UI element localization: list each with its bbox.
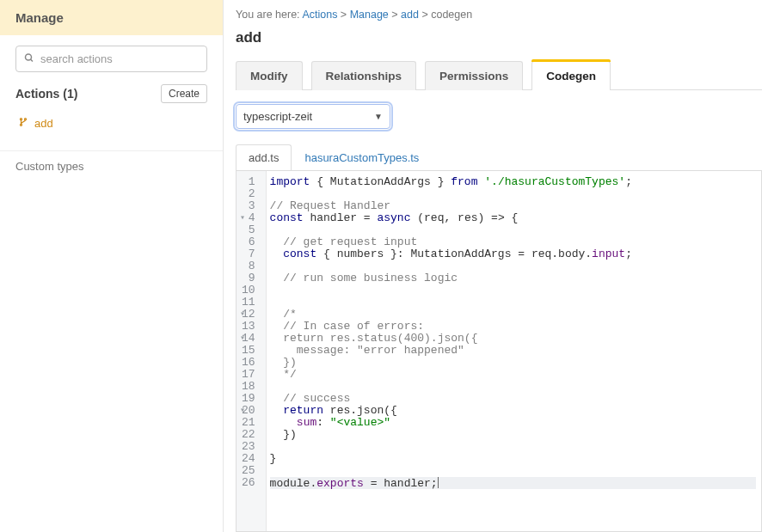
tab-modify[interactable]: Modify: [236, 61, 303, 90]
tab-codegen[interactable]: Codegen: [531, 61, 611, 90]
file-tabs: add.ts hasuraCustomTypes.ts: [236, 144, 762, 171]
sidebar-item-add[interactable]: add: [15, 112, 207, 135]
main-content: You are here: Actions > Manage > add > c…: [224, 0, 774, 532]
framework-select-value: typescript-zeit: [243, 110, 312, 123]
breadcrumb: You are here: Actions > Manage > add > c…: [236, 9, 762, 21]
tab-relationships[interactable]: Relationships: [311, 61, 417, 90]
svg-point-0: [26, 54, 32, 60]
breadcrumb-link-actions[interactable]: Actions: [302, 9, 337, 21]
create-action-button[interactable]: Create: [161, 84, 207, 103]
sidebar: Manage Actions (1) Create add Custom typ…: [0, 0, 224, 532]
framework-select-row: typescript-zeit ▼: [236, 104, 762, 129]
editor-gutter: 123▾4567891011▾1213▾141516171819▾2021222…: [236, 171, 267, 531]
breadcrumb-prefix: You are here:: [236, 9, 302, 21]
svg-point-3: [24, 119, 26, 120]
actions-heading-row: Actions (1) Create: [15, 84, 207, 103]
svg-point-4: [20, 124, 22, 125]
breadcrumb-current: codegen: [431, 9, 472, 21]
framework-select[interactable]: typescript-zeit ▼: [236, 104, 390, 129]
svg-line-1: [31, 59, 34, 62]
page-title: add: [236, 29, 762, 46]
file-tab-hasuracustomtypes[interactable]: hasuraCustomTypes.ts: [292, 144, 432, 170]
svg-point-2: [20, 119, 22, 120]
branch-icon: [19, 117, 28, 130]
sidebar-header: Manage: [0, 0, 223, 35]
tab-permissions[interactable]: Permissions: [425, 61, 523, 90]
breadcrumb-link-manage[interactable]: Manage: [350, 9, 389, 21]
search-icon: [24, 52, 34, 65]
actions-heading: Actions (1): [15, 87, 77, 101]
editor-code[interactable]: import { MutationAddArgs } from './hasur…: [267, 171, 761, 531]
code-editor[interactable]: 123▾4567891011▾1213▾141516171819▾2021222…: [236, 171, 762, 532]
main-tabs: Modify Relationships Permissions Codegen: [236, 60, 762, 90]
chevron-down-icon: ▼: [374, 112, 383, 121]
file-tab-addts[interactable]: add.ts: [236, 144, 292, 170]
sidebar-custom-types[interactable]: Custom types: [0, 150, 223, 181]
breadcrumb-link-add[interactable]: add: [401, 9, 419, 21]
search-actions-input[interactable]: [15, 46, 207, 72]
sidebar-item-label: add: [34, 117, 53, 130]
search-actions-wrap: [15, 46, 207, 72]
